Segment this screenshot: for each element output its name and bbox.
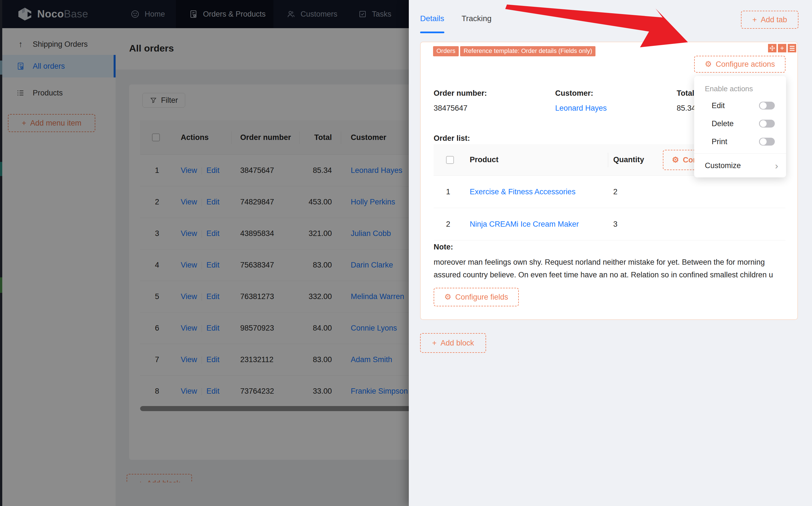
print-toggle[interactable]: [759, 138, 775, 146]
gear-icon: ⚙: [704, 60, 712, 68]
add-tab-label: Add tab: [761, 15, 787, 24]
customize-label: Customize: [705, 161, 741, 170]
active-tab-indicator: [420, 31, 444, 33]
gear-icon: ⚙: [672, 156, 679, 164]
order-list-label: Order list:: [433, 134, 470, 143]
quantity-cell: 2: [613, 187, 617, 196]
note-label: Note:: [433, 243, 773, 251]
configure-actions-button[interactable]: ⚙ Configure actions: [694, 56, 786, 73]
configure-fields-button[interactable]: ⚙ Configure fields: [433, 288, 519, 306]
menu-item-label: Print: [712, 138, 728, 146]
menu-lines-icon: [790, 46, 795, 51]
edit-toggle[interactable]: [759, 102, 775, 109]
plus-icon: +: [752, 15, 757, 24]
menu-item-customize[interactable]: Customize ›: [694, 157, 786, 175]
tab-tracking[interactable]: Tracking: [462, 14, 491, 23]
menu-section-header: Enable actions: [694, 79, 786, 97]
block-schema-labels: Orders Reference template: Order details…: [433, 46, 596, 56]
menu-item-label: Edit: [712, 101, 725, 110]
configure-actions-menu: Enable actions Edit Delete Print Customi…: [694, 76, 786, 177]
note-text-line: assured country believe. On even feet ti…: [433, 269, 773, 281]
note-field: Note: moreover man feelings own shy. Req…: [433, 243, 773, 281]
field-label: Total:: [677, 89, 697, 98]
product-link[interactable]: Exercise & Fitness Accessories: [470, 187, 576, 196]
drag-move-icon[interactable]: [768, 44, 776, 53]
field-total: Total: 85.34: [677, 89, 697, 113]
delete-toggle[interactable]: [759, 120, 775, 128]
field-customer: Customer: Leonard Hayes: [555, 89, 607, 113]
menu-item-delete[interactable]: Delete: [694, 114, 786, 133]
column-header-product: Product: [470, 155, 498, 164]
menu-item-edit[interactable]: Edit: [694, 97, 786, 114]
collection-chip: Orders: [433, 46, 459, 56]
plus-icon: +: [432, 339, 437, 347]
order-list-row: 2 Ninja CREAMi Ice Cream Maker 3: [433, 208, 786, 241]
designer-menu-icon[interactable]: [788, 44, 796, 53]
configure-fields-label: Configure fields: [455, 293, 509, 302]
select-all-checkbox[interactable]: [446, 156, 454, 164]
menu-item-print[interactable]: Print: [694, 133, 786, 151]
configure-actions-label: Configure actions: [716, 60, 775, 69]
quantity-cell: 3: [613, 220, 617, 229]
block-designer-toolbar: +: [768, 44, 796, 53]
add-block-button[interactable]: + Add block: [420, 333, 486, 353]
product-link[interactable]: Ninja CREAMi Ice Cream Maker: [470, 220, 579, 228]
gear-icon: ⚙: [444, 293, 452, 301]
note-text-line: moreover man feelings own shy. Request n…: [433, 256, 773, 269]
field-value: 85.34: [677, 104, 697, 113]
screen: NocoBase Home Orders & Products Cust: [0, 0, 812, 506]
reference-template-chip: Reference template: Order details (Field…: [460, 46, 596, 56]
drawer-backdrop-overlay[interactable]: [0, 0, 409, 506]
plus-icon: +: [780, 44, 784, 52]
column-header-quantity: Quantity: [613, 155, 644, 164]
order-list-row: 1 Exercise & Fitness Accessories 2: [433, 176, 786, 208]
row-index: 2: [446, 220, 450, 229]
chevron-right-icon: ›: [775, 161, 778, 170]
tab-details[interactable]: Details: [420, 14, 444, 23]
menu-item-label: Delete: [712, 119, 734, 128]
order-details-drawer: Details Tracking + Add tab Orders Refere…: [409, 0, 812, 506]
row-index: 1: [446, 187, 450, 196]
field-label: Order number:: [433, 89, 487, 98]
field-order-number: Order number: 38475647: [433, 89, 487, 113]
add-tab-button[interactable]: + Add tab: [741, 11, 799, 29]
add-block-label: Add block: [441, 339, 474, 347]
customer-link[interactable]: Leonard Hayes: [555, 104, 607, 112]
field-label: Customer:: [555, 89, 607, 98]
field-value: 38475647: [433, 104, 487, 113]
add-icon[interactable]: +: [778, 44, 786, 53]
